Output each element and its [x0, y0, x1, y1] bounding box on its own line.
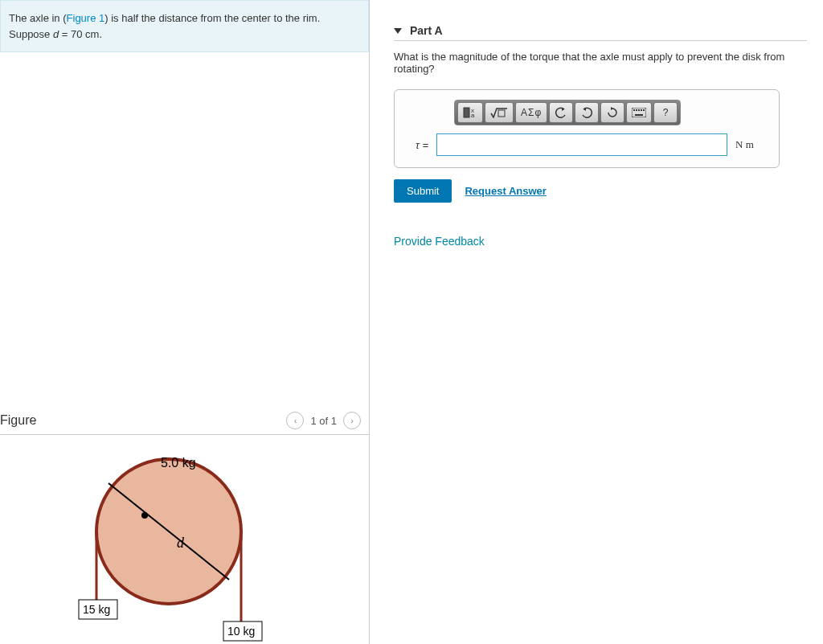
- figure-area: d 5.0 kg 15 kg 10 kg: [0, 435, 369, 644]
- figure-next-button[interactable]: ›: [343, 412, 361, 429]
- figure-nav-text: 1 of 1: [310, 415, 337, 427]
- help-button[interactable]: ?: [653, 102, 678, 123]
- answer-input[interactable]: [436, 133, 727, 156]
- sqrt-button[interactable]: [485, 102, 514, 123]
- svg-rect-17: [635, 114, 643, 116]
- problem-statement: The axle in (Figure 1) is half the dista…: [0, 0, 369, 52]
- svg-rect-10: [498, 110, 505, 117]
- reset-icon: [606, 107, 619, 118]
- left-mass-label: 15 kg: [83, 603, 110, 616]
- part-header[interactable]: Part A: [394, 24, 807, 41]
- question-text: What is the magnitude of the torque that…: [394, 51, 807, 75]
- d-label: d: [177, 535, 185, 551]
- templates-icon: x a: [463, 107, 477, 118]
- svg-rect-13: [636, 109, 637, 111]
- part-title: Part A: [410, 24, 443, 37]
- right-panel: Part A What is the magnitude of the torq…: [370, 0, 823, 644]
- svg-rect-11: [632, 108, 646, 117]
- figure-title: Figure: [0, 413, 36, 428]
- figure-prev-button[interactable]: ‹: [286, 412, 304, 429]
- actions-row: Submit Request Answer: [394, 179, 807, 203]
- reset-button[interactable]: [600, 102, 624, 123]
- problem-eq: = 70 cm.: [59, 28, 102, 40]
- keyboard-icon: [632, 108, 646, 117]
- left-panel: The axle in (Figure 1) is half the dista…: [0, 0, 370, 644]
- svg-rect-15: [641, 109, 642, 111]
- templates-button[interactable]: x a: [457, 102, 483, 123]
- undo-icon: [555, 107, 567, 118]
- caret-down-icon: [394, 28, 402, 34]
- figure-nav: ‹ 1 of 1 ›: [286, 412, 361, 429]
- svg-rect-7: [464, 108, 469, 117]
- problem-pre: The axle in (: [9, 12, 67, 24]
- keyboard-button[interactable]: [626, 102, 652, 123]
- sqrt-icon: [490, 107, 508, 118]
- submit-button[interactable]: Submit: [394, 179, 452, 203]
- redo-button[interactable]: [575, 102, 599, 123]
- tau-label: τ =: [406, 139, 428, 151]
- undo-button[interactable]: [549, 102, 573, 123]
- right-mass-label: 10 kg: [227, 625, 255, 638]
- greek-button[interactable]: ΑΣφ: [515, 102, 547, 123]
- answer-box: x a ΑΣφ: [394, 89, 780, 168]
- figure-diagram: d 5.0 kg 15 kg 10 kg: [64, 443, 273, 644]
- svg-rect-12: [633, 109, 635, 111]
- svg-rect-14: [638, 109, 640, 111]
- svg-rect-16: [643, 109, 645, 111]
- figure-header: Figure ‹ 1 of 1 ›: [0, 407, 369, 435]
- redo-icon: [580, 107, 593, 118]
- figure-link[interactable]: Figure 1: [67, 12, 105, 24]
- input-row: τ = N m: [406, 133, 768, 156]
- disk-mass-label: 5.0 kg: [161, 456, 196, 470]
- provide-feedback-link[interactable]: Provide Feedback: [394, 235, 485, 248]
- request-answer-link[interactable]: Request Answer: [465, 185, 546, 197]
- svg-text:a: a: [471, 112, 475, 118]
- answer-toolbar: x a ΑΣφ: [454, 100, 681, 125]
- units-label: N m: [735, 138, 768, 151]
